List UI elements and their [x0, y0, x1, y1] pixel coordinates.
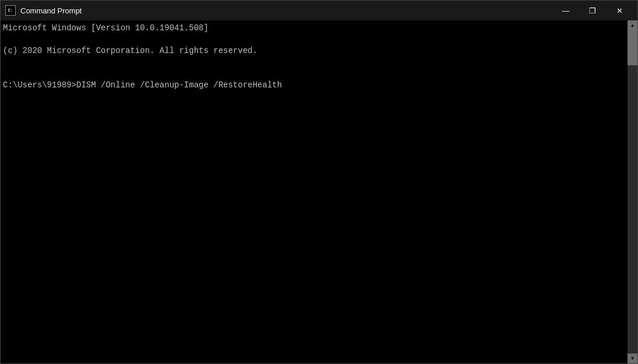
terminal-line: (c) 2020 Microsoft Corporation. All righ… [3, 45, 625, 57]
scrollbar-up-arrow[interactable]: ▲ [628, 20, 637, 30]
vertical-scrollbar[interactable]: ▲ ▼ [628, 20, 637, 363]
titlebar: Command Prompt — ❐ ✕ [1, 1, 637, 20]
terminal-body[interactable]: Microsoft Windows [Version 10.0.19041.50… [1, 20, 637, 363]
terminal-line: C:\Users\91989>DISM /Online /Cleanup-Ima… [3, 80, 625, 91]
titlebar-title: Command Prompt [20, 6, 552, 15]
scrollbar-thumb[interactable] [628, 30, 637, 65]
titlebar-icon-area [5, 5, 16, 16]
titlebar-controls: — ❐ ✕ [552, 1, 633, 20]
terminal-line: Microsoft Windows [Version 10.0.19041.50… [3, 23, 625, 34]
cmd-window: Command Prompt — ❐ ✕ Microsoft Windows [… [0, 0, 638, 364]
scrollbar-track[interactable] [628, 30, 637, 354]
cmd-app-icon [5, 5, 16, 16]
maximize-button[interactable]: ❐ [579, 1, 606, 20]
terminal-output[interactable]: Microsoft Windows [Version 10.0.19041.50… [1, 20, 628, 363]
close-button[interactable]: ✕ [606, 1, 633, 20]
minimize-button[interactable]: — [552, 1, 579, 20]
scrollbar-down-arrow[interactable]: ▼ [628, 354, 637, 363]
